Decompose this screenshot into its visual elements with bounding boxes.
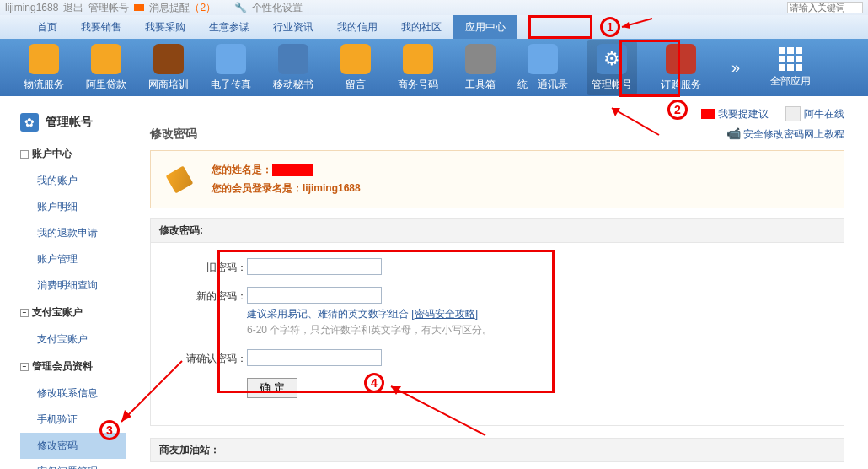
all-apps-label: 全部应用 — [770, 74, 811, 89]
sidebar-item[interactable]: 修改联系信息 — [20, 380, 135, 407]
page-title: ✿ 管理帐号 — [20, 113, 135, 132]
search-input[interactable] — [787, 2, 863, 13]
grid-icon — [779, 47, 802, 71]
tool-icon — [403, 44, 433, 74]
mail-icon — [134, 4, 144, 11]
manage-account-link[interactable]: 管理帐号 — [88, 1, 129, 15]
nav-tab[interactable]: 我的社区 — [389, 15, 453, 39]
confirm-password-label: 请确认密码： — [171, 349, 247, 366]
wrench-icon: 🔧 — [234, 2, 247, 13]
sidebar-item[interactable]: 账户明细 — [20, 194, 135, 220]
tool-item[interactable]: 物流服务 — [25, 44, 62, 92]
tool-icon — [216, 44, 246, 74]
info-box: 您的姓名是： 您的会员登录名是：lijiming1688 — [150, 150, 844, 208]
collapse-icon: − — [20, 309, 29, 317]
password-hint2: 6-20 个字符，只允许数字和英文字母，有大小写区分。 — [247, 323, 823, 337]
collapse-icon: − — [20, 363, 29, 371]
personalize-link[interactable]: 个性化设置 — [252, 1, 303, 15]
tutorial-link[interactable]: 📹 安全修改密码网上教程 — [726, 127, 844, 142]
tool-item[interactable]: 移动秘书 — [275, 44, 312, 92]
tool-label: 物流服务 — [24, 78, 64, 92]
suggest-link[interactable]: 我要提建议 — [701, 107, 769, 121]
all-apps[interactable]: 全部应用 — [772, 47, 809, 89]
sidebar-item[interactable]: 密保问题管理 — [20, 459, 135, 469]
gear-icon: ✿ — [20, 113, 39, 132]
flag-icon — [701, 109, 715, 119]
logout-link[interactable]: 退出 — [63, 1, 83, 15]
gas-station-title: 商友加油站： — [150, 438, 844, 462]
tool-icon — [29, 44, 59, 74]
nav-tab[interactable]: 生意参谋 — [197, 15, 261, 39]
sidebar: ✿ 管理帐号 −账户中心我的账户账户明细我的退款申请账户管理消费明细查询−支付宝… — [0, 96, 135, 469]
form-section-title: 修改密码: — [150, 218, 844, 243]
tool-icon — [153, 44, 184, 74]
tool-item[interactable]: 订购服务 — [662, 44, 699, 92]
tool-label: 工具箱 — [465, 78, 496, 92]
toolbar-more-arrow[interactable]: » — [725, 59, 747, 77]
confirm-password-input[interactable] — [247, 349, 382, 366]
sidebar-item[interactable]: 我的账户 — [20, 168, 135, 194]
sidebar-section-header[interactable]: −账户中心 — [20, 147, 135, 161]
camera-icon: 📹 — [726, 127, 741, 140]
tool-label: 统一通讯录 — [517, 78, 568, 92]
tool-icon — [340, 44, 371, 74]
sidebar-item[interactable]: 我的退款申请 — [20, 220, 135, 246]
tool-label: 阿里贷款 — [86, 78, 126, 92]
sidebar-item[interactable]: 支付宝账户 — [20, 326, 135, 353]
navbar: 首页我要销售我要采购生意参谋行业资讯我的信用我的社区应用中心 — [0, 15, 868, 39]
tool-icon: ⚙ — [597, 44, 627, 74]
tool-label: 管理帐号 — [592, 78, 632, 92]
tool-icon — [91, 44, 121, 74]
tool-item[interactable]: ⚙管理帐号 — [587, 40, 637, 95]
tool-item[interactable]: 电子传真 — [212, 44, 249, 92]
sidebar-item[interactable]: 账户管理 — [20, 246, 135, 272]
old-password-label: 旧密码： — [171, 258, 247, 275]
password-hint1: 建议采用易记、难猜的英文数字组合 [密码安全攻略] — [247, 307, 823, 321]
nav-tab[interactable]: 首页 — [25, 15, 69, 39]
tool-item[interactable]: 统一通讯录 — [524, 44, 561, 92]
app-toolbar: 物流服务阿里贷款网商培训电子传真移动秘书留言商务号码工具箱统一通讯录⚙管理帐号订… — [0, 39, 868, 96]
main-content: 我要提建议 阿牛在线 修改密码 📹 安全修改密码网上教程 您的姓名是： 您的会员… — [135, 96, 868, 469]
new-password-label: 新的密码： — [171, 287, 247, 304]
password-form: 旧密码： 新的密码： 建议采用易记、难猜的英文数字组合 [密码安全攻略] 6-2… — [150, 243, 844, 426]
nav-tab[interactable]: 行业资讯 — [261, 15, 325, 39]
bear-icon — [785, 106, 801, 121]
nav-tab[interactable]: 我要销售 — [69, 15, 133, 39]
sidebar-item[interactable]: 手机验证 — [20, 407, 135, 433]
password-strategy-link[interactable]: 密码安全攻略 — [415, 308, 475, 320]
nav-tab[interactable]: 我要采购 — [133, 15, 197, 39]
tool-item[interactable]: 工具箱 — [462, 44, 499, 92]
tool-item[interactable]: 留言 — [337, 44, 374, 92]
new-password-input[interactable] — [247, 287, 382, 304]
sidebar-section-header[interactable]: −支付宝账户 — [20, 305, 135, 320]
sidebar-item[interactable]: 消费明细查询 — [20, 272, 135, 299]
old-password-input[interactable] — [247, 258, 382, 275]
tool-label: 移动秘书 — [273, 78, 313, 92]
tool-label: 留言 — [346, 78, 366, 92]
tool-item[interactable]: 网商培训 — [150, 44, 187, 92]
tool-icon — [666, 44, 696, 74]
tool-label: 订购服务 — [661, 78, 701, 92]
nav-tab[interactable]: 我的信用 — [325, 15, 389, 39]
tool-item[interactable]: 商务号码 — [399, 44, 437, 92]
tool-icon — [528, 44, 558, 74]
nav-tab[interactable]: 应用中心 — [453, 15, 517, 39]
submit-button[interactable]: 确 定 — [247, 378, 297, 398]
niu-link[interactable]: 阿牛在线 — [785, 106, 844, 121]
tool-label: 商务号码 — [398, 78, 438, 92]
tool-icon — [465, 44, 496, 74]
sidebar-section-header[interactable]: −管理会员资料 — [20, 359, 135, 374]
collapse-icon: − — [20, 150, 29, 159]
main-heading: 修改密码 — [150, 127, 197, 142]
tool-label: 电子传真 — [211, 78, 251, 92]
pencil-icon — [166, 164, 196, 195]
gas-station-links: · 如何防止密码被盗 · 如何设置安全的密码 — [150, 462, 844, 469]
redacted-name — [272, 164, 313, 176]
top-bar: lijiming1688 退出 管理帐号 消息提醒（2） 🔧 个性化设置 — [0, 0, 868, 15]
sidebar-item[interactable]: 修改密码 — [20, 433, 126, 459]
tool-label: 网商培训 — [148, 78, 189, 92]
username: lijiming1688 — [5, 2, 58, 13]
message-link[interactable]: 消息提醒（2） — [149, 1, 216, 15]
tool-icon — [278, 44, 308, 74]
tool-item[interactable]: 阿里贷款 — [88, 44, 125, 92]
